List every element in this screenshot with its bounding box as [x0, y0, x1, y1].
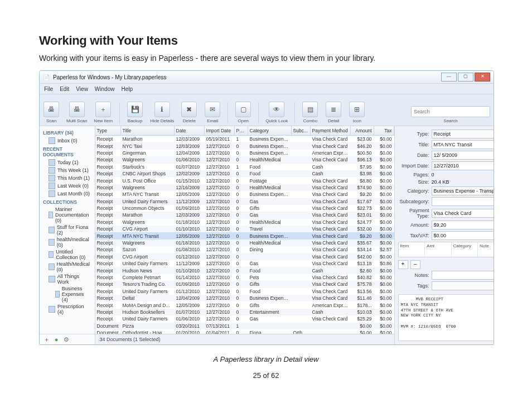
sidebar-prescription[interactable]: Prescription (4)	[41, 303, 94, 315]
sidebar-collection-5[interactable]: All Things Work	[41, 273, 94, 285]
table-row[interactable]: ReceiptHudson Booksellers01/07/201012/27…	[95, 309, 394, 315]
table-row[interactable]: ReceiptMoMA Design and D...12/05/200912/…	[95, 301, 394, 308]
sidebar-recent-header[interactable]: RECENT DOCUMENTS	[41, 145, 94, 159]
menu-edit[interactable]: Edit	[60, 86, 69, 92]
table-row[interactable]: ReceiptHudson News01/10/201012/27/20100F…	[95, 267, 394, 274]
sidebar-recent-0[interactable]: Today (1)	[41, 159, 94, 166]
close-button[interactable]: ✕	[475, 73, 490, 82]
inspector-notes-input[interactable]	[432, 271, 494, 280]
sidebar-library-header[interactable]: LIBRARY (34)	[41, 128, 94, 137]
inspector-date-input[interactable]: 12/ 5/2009	[432, 151, 494, 160]
maximize-button[interactable]: ▢	[458, 73, 473, 82]
sidebar-business-expenses[interactable]: Business Expenses (4)	[41, 285, 94, 303]
table-row[interactable]: ReceiptWalgreens12/16/200912/27/20100Hea…	[95, 184, 394, 191]
menu-window[interactable]: Window	[95, 86, 115, 92]
col-pages[interactable]: Pa...	[235, 126, 248, 135]
toolbar-hide-details[interactable]: ℹHide Details	[150, 102, 174, 123]
cell-title: U.S. Post Office	[121, 178, 175, 184]
toolbar-delete[interactable]: ✖Delete	[181, 102, 197, 123]
table-row[interactable]: ReceiptUnited Dairy Farmers11/12/200912/…	[95, 260, 394, 267]
toolbar-multi-scan[interactable]: 🖶Multi Scan	[66, 102, 87, 123]
toolbar-icon[interactable]: ⊞Icon	[349, 102, 365, 123]
table-row[interactable]: ReceiptMTA NYC Transit12/05/200912/27/20…	[95, 232, 394, 239]
inspector-type-input[interactable]: Receipt	[432, 130, 494, 138]
toolbar-email[interactable]: ✉Email	[204, 102, 221, 123]
toolbar-new-item[interactable]: ＋New Item	[94, 102, 113, 123]
table-row[interactable]: DocumentPizza03/20/201107/13/20111$0.00$…	[95, 323, 394, 329]
inspector-title-input[interactable]: MTA NYC Transit	[432, 140, 494, 149]
menu-help[interactable]: Help	[121, 86, 133, 92]
sidebar-collection-2[interactable]: health/medical (0)	[41, 236, 94, 248]
table-row[interactable]: ReceiptUnited Dairy Farmers01/06/201012/…	[95, 315, 394, 322]
sync-indicator-icon[interactable]: ●	[53, 336, 60, 343]
cell-pay: Cash	[311, 164, 351, 170]
cell-pa: 0	[235, 171, 248, 176]
table-row[interactable]: ReceiptUnited Dairy Farmers11/12/200912/…	[95, 198, 394, 205]
gear-icon[interactable]: ⚙	[63, 336, 70, 343]
menu-file[interactable]: File	[44, 86, 53, 92]
table-row[interactable]: ReceiptMarathon12/03/200912/27/20100GasV…	[95, 212, 394, 218]
add-collection-button[interactable]: ＋	[43, 336, 50, 343]
table-row[interactable]: ReceiptComplete Petmart01/14/201012/27/2…	[95, 274, 394, 281]
sidebar-inbox[interactable]: Inbox (0)	[41, 137, 94, 145]
table-row[interactable]: ReceiptWalgreens01/06/201012/27/20100Hea…	[95, 156, 394, 163]
inspector-import-date-input[interactable]: 12/27/2010	[432, 161, 494, 170]
sidebar-collection-0[interactable]: Mariner Documentation (0)	[41, 206, 94, 224]
table-row[interactable]: ReceiptMTA NYC Transit12/05/200912/27/20…	[95, 191, 394, 198]
sidebar-recent-2[interactable]: This Month (1)	[41, 174, 94, 182]
minimize-button[interactable]: —	[441, 73, 457, 82]
toolbar-combo[interactable]: ▤Combo	[302, 102, 318, 123]
col-date[interactable]: Date	[175, 126, 205, 135]
col-subcategory[interactable]: Subc...	[292, 126, 311, 135]
menu-view[interactable]: View	[76, 86, 88, 92]
table-row[interactable]: ReceiptUncommon Objects01/09/201012/27/2…	[95, 205, 394, 212]
sidebar-recent-1[interactable]: This Week (1)	[41, 166, 94, 174]
inspector-tags-input[interactable]	[432, 281, 494, 290]
table-row[interactable]: ReceiptSazon01/08/201012/27/20100DiningV…	[95, 246, 394, 253]
table-row[interactable]: ReceiptCVG Airport01/12/201012/27/20100V…	[95, 253, 394, 260]
table-row[interactable]: ReceiptGingerman12/04/200912/27/20100Bus…	[95, 150, 394, 156]
table-row[interactable]: ReceiptUnited Dairy Farmers01/12/201012/…	[95, 288, 394, 295]
col-payment[interactable]: Payment Method	[311, 126, 351, 135]
table-row[interactable]: ReceiptStarbuck's01/07/201012/27/20101Fo…	[95, 164, 394, 170]
table-row[interactable]: ReceiptCVG Airport01/10/201012/27/20100T…	[95, 226, 394, 232]
remove-line-item-button[interactable]: –	[410, 260, 420, 269]
figure-caption: A Paperless library in Detail view	[39, 355, 493, 363]
col-tax[interactable]: Tax	[374, 126, 394, 135]
inspector-tax-input[interactable]: $0.00	[432, 231, 494, 240]
inspector-amount-input[interactable]: $9.20	[432, 221, 494, 229]
cell-type: Receipt	[95, 205, 121, 211]
table-row[interactable]: ReceiptWalgreens01/18/201012/27/20100Hea…	[95, 239, 394, 246]
sidebar-collection-1[interactable]: Stuff for Fiona (2)	[41, 224, 94, 236]
toolbar-scan[interactable]: 🖶Scan	[43, 102, 60, 123]
inspector-category-input[interactable]: Business Expense - Transport	[432, 186, 494, 195]
inspector-subcategory-input[interactable]	[432, 197, 494, 206]
col-title[interactable]: Title	[121, 126, 175, 135]
col-import-date[interactable]: Import Date	[205, 126, 235, 135]
toolbar-quick-look[interactable]: 👁Quick Look	[265, 102, 288, 123]
col-type[interactable]: Type	[95, 126, 121, 135]
toolbar-detail[interactable]: ≣Detail	[325, 102, 342, 123]
sidebar-collection-3[interactable]: Untitled Collection (0)	[41, 248, 94, 261]
sidebar-recent-3[interactable]: Last Week (0)	[41, 182, 94, 190]
col-amount[interactable]: Amount	[351, 126, 374, 135]
table-row[interactable]: ReceiptTesoro's Trading Co.01/09/201012/…	[95, 281, 394, 288]
add-line-item-button[interactable]: +	[398, 260, 408, 269]
cell-date: 11/12/2009	[175, 261, 205, 266]
table-row[interactable]: ReceiptDelta!12/04/200912/27/20100Busine…	[95, 295, 394, 301]
sidebar-collections-header[interactable]: COLLECTIONS	[41, 198, 94, 206]
table-row[interactable]: ReceiptMarathon12/03/200905/19/20111Busi…	[95, 136, 394, 142]
table-row[interactable]: DocumentOrthodontist - How...01/20/20100…	[95, 329, 394, 334]
table-row[interactable]: ReceiptWalgreens01/18/201012/27/20100Hea…	[95, 219, 394, 226]
sidebar-recent-4[interactable]: Last Month (0)	[41, 190, 94, 198]
table-row[interactable]: ReceiptU.S. Post Office01/15/201012/27/2…	[95, 177, 394, 184]
col-category[interactable]: Category	[248, 126, 292, 135]
sidebar-collection-4[interactable]: Health/Medical (0)	[41, 261, 94, 273]
table-row[interactable]: ReceiptNYC Taxi12/03/200912/27/20100Busi…	[95, 142, 394, 149]
inspector-payment-input[interactable]: Visa Check Card	[432, 209, 494, 218]
table-row[interactable]: ReceiptCNBC Airport Shops12/02/200912/27…	[95, 170, 394, 177]
toolbar-open[interactable]: ▢Open	[235, 102, 252, 123]
detail-icon: ≣	[326, 102, 341, 117]
search-input[interactable]	[411, 106, 490, 117]
toolbar-backup[interactable]: 💾Backup	[127, 102, 143, 123]
